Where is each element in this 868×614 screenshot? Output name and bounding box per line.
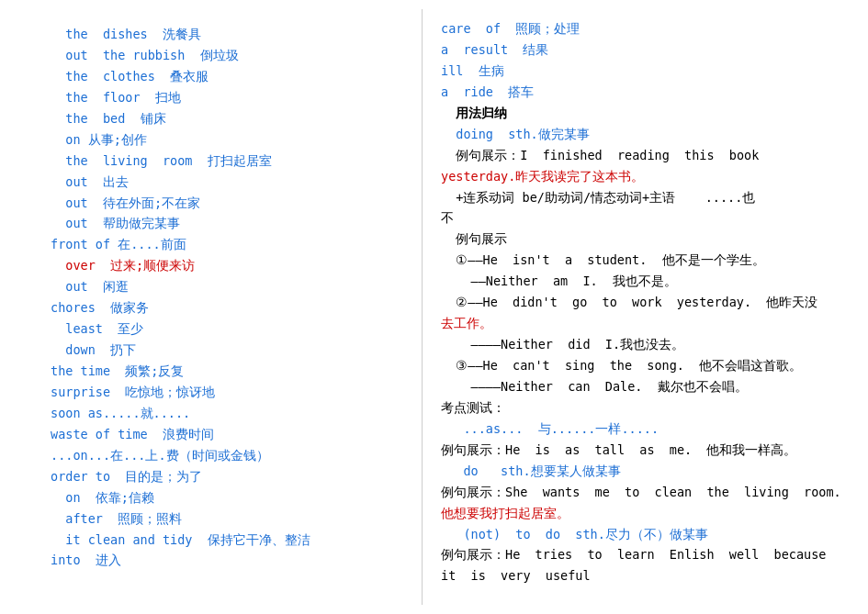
right-line-25: (not) to do sth.尽力（不）做某事: [441, 524, 854, 545]
right-line-5: doing sth.做完某事: [441, 124, 854, 145]
left-line-12: out 闲逛: [51, 276, 408, 297]
left-line-13: chores 做家务: [51, 297, 408, 318]
right-content: care of 照顾；处理a result 结果ill 生病a ride 搭车 …: [441, 18, 854, 586]
right-line-21: 例句展示：He is as tall as me. 他和我一样高。: [441, 440, 854, 461]
left-line-7: out 出去: [51, 172, 408, 193]
left-line-11: over 过来;顺便来访: [51, 255, 408, 276]
left-line-19: waste of time 浪费时间: [51, 424, 408, 445]
right-panel: care of 照顾；处理a result 结果ill 生病a ride 搭车 …: [423, 9, 868, 605]
right-line-13: ——Neither am I. 我也不是。: [441, 271, 854, 292]
left-line-1: out the rubbish 倒垃圾: [51, 45, 408, 66]
right-line-3: a ride 搭车: [441, 82, 854, 103]
right-line-23: 例句展示：She wants me to clean the living ro…: [441, 482, 854, 503]
right-line-2: ill 生病: [441, 61, 854, 82]
left-line-22: on 依靠;信赖: [51, 487, 408, 508]
right-line-24: 他想要我打扫起居室。: [441, 503, 854, 524]
left-line-20: ...on...在...上.费（时间或金钱）: [51, 445, 408, 466]
left-line-16: the time 频繁;反复: [51, 361, 408, 382]
right-line-0: care of 照顾；处理: [441, 18, 854, 39]
left-line-25: into 进入: [51, 550, 408, 571]
right-line-27: it is very useful: [441, 565, 854, 586]
right-line-17: ③——He can't sing the song. 他不会唱这首歌。: [441, 355, 854, 376]
left-line-10: front of 在....前面: [51, 234, 408, 255]
right-line-10: 不: [441, 207, 854, 229]
right-line-15: 去工作。: [441, 313, 854, 334]
right-line-19: 考点测试：: [441, 397, 854, 419]
right-line-12: ①——He isn't a student. 他不是一个学生。: [441, 250, 854, 271]
left-content: the dishes 洗餐具 out the rubbish 倒垃圾 the c…: [51, 24, 408, 571]
left-line-4: the bed 铺床: [51, 108, 408, 129]
right-line-4: 用法归纳: [441, 103, 854, 124]
right-line-6: 例句展示：I finished reading this book: [441, 145, 854, 166]
right-line-14: ②——He didn't go to work yesterday. 他昨天没: [441, 292, 854, 313]
left-line-24: it clean and tidy 保持它干净、整洁: [51, 530, 408, 551]
left-line-2: the clothes 叠衣服: [51, 66, 408, 87]
left-line-0: the dishes 洗餐具: [51, 24, 408, 45]
left-line-14: least 至少: [51, 318, 408, 340]
left-line-23: after 照顾；照料: [51, 508, 408, 530]
page-container: the dishes 洗餐具 out the rubbish 倒垃圾 the c…: [0, 0, 868, 614]
right-line-11: 例句展示: [441, 229, 854, 250]
right-line-20: ...as... 与......一样.....: [441, 419, 854, 440]
right-line-26: 例句展示：He tries to learn Enlish well becau…: [441, 544, 854, 565]
left-line-21: order to 目的是；为了: [51, 466, 408, 487]
right-line-9: +连系动词 be/助动词/情态动词+主语 .....也: [441, 187, 854, 208]
right-line-18: ————Neither can Dale. 戴尔也不会唱。: [441, 376, 854, 397]
right-line-16: ————Neither did I.我也没去。: [441, 334, 854, 355]
right-line-7: yesterday.昨天我读完了这本书。: [441, 166, 854, 187]
left-line-15: down 扔下: [51, 340, 408, 361]
left-line-6: the living room 打扫起居室: [51, 151, 408, 172]
left-line-17: surprise 吃惊地；惊讶地: [51, 382, 408, 403]
left-line-8: out 待在外面;不在家: [51, 193, 408, 214]
left-line-5: on 从事;创作: [51, 129, 408, 151]
right-line-22: do sth.想要某人做某事: [441, 461, 854, 482]
left-line-9: out 帮助做完某事: [51, 213, 408, 234]
left-line-3: the floor 扫地: [51, 87, 408, 108]
right-line-1: a result 结果: [441, 39, 854, 61]
left-panel: the dishes 洗餐具 out the rubbish 倒垃圾 the c…: [0, 9, 423, 605]
left-line-18: soon as.....就.....: [51, 403, 408, 424]
